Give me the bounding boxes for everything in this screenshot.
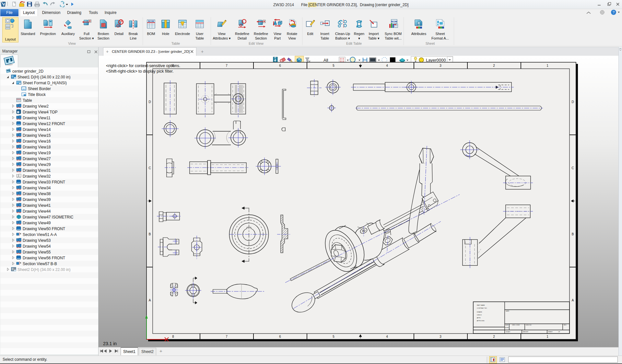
svg-text:1: 1 — [546, 335, 548, 338]
svg-text:PART NAME: PART NAME — [477, 304, 485, 306]
svg-text:B: B — [572, 232, 574, 236]
svg-text:DRAWN: DRAWN — [477, 311, 482, 313]
svg-text:7: 7 — [226, 64, 228, 67]
svg-text:DWG NO: DWG NO — [526, 324, 532, 326]
svg-text:5: 5 — [333, 64, 334, 67]
svg-text:APPROVED: APPROVED — [477, 320, 485, 322]
svg-text:3: 3 — [440, 335, 441, 338]
svg-text:2: 2 — [493, 335, 495, 338]
svg-text:OF: OF — [558, 331, 560, 333]
svg-text:5: 5 — [333, 335, 334, 338]
svg-text:2: 2 — [493, 64, 495, 67]
svg-text:CHECK: CHECK — [477, 314, 482, 316]
svg-text:1: 1 — [546, 64, 548, 67]
svg-text:BOM: BOM — [148, 20, 154, 23]
svg-text:D: D — [148, 100, 151, 104]
svg-text:<right-click> for context-sens: <right-click> for context-sensitive opti… — [106, 64, 180, 68]
svg-text:D: D — [571, 100, 574, 104]
svg-text:4: 4 — [386, 335, 388, 338]
svg-text:6: 6 — [279, 64, 281, 67]
svg-text:B: B — [149, 232, 151, 236]
svg-text:3: 3 — [440, 64, 441, 67]
svg-text:DWL CODE: DWL CODE — [512, 324, 520, 326]
svg-text:APPR: APPR — [477, 317, 481, 319]
svg-text:?: ? — [613, 10, 615, 14]
svg-text:BOM: BOM — [505, 327, 509, 328]
svg-text:A: A — [149, 299, 151, 302]
svg-text:SCALE: SCALE — [506, 331, 510, 333]
svg-text:WEIGHT: WEIGHT — [523, 331, 529, 333]
svg-text:C: C — [148, 166, 151, 170]
svg-text:A: A — [572, 299, 574, 302]
svg-text:CONTRACT NO: CONTRACT NO — [477, 307, 487, 309]
svg-text:C: C — [571, 166, 574, 170]
svg-text:DATE: DATE — [506, 310, 509, 312]
svg-text:SHEET: SHEET — [548, 331, 553, 333]
svg-text:23.1 in: 23.1 in — [103, 341, 117, 346]
svg-text:7: 7 — [226, 335, 228, 338]
svg-text:<Shift-right-click> to display: <Shift-right-click> to display pick filt… — [106, 69, 173, 74]
svg-text:SIZE: SIZE — [505, 324, 509, 326]
svg-text:BOM: BOM — [391, 20, 397, 23]
svg-text:REV: REV — [564, 324, 567, 326]
svg-text:8: 8 — [172, 335, 174, 338]
svg-text:6: 6 — [279, 335, 281, 338]
svg-text:4: 4 — [386, 64, 388, 67]
